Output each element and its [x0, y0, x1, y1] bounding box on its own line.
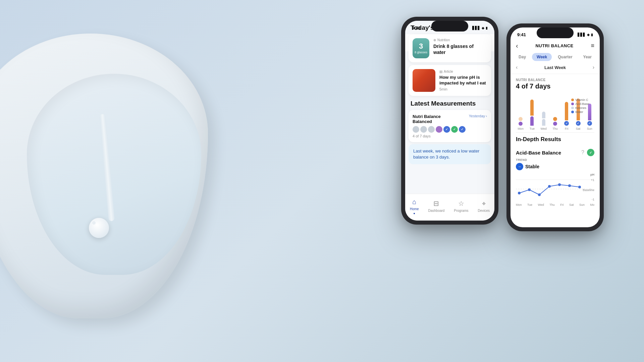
mission-number: 3 — [419, 43, 423, 50]
day-sun: Sun — [585, 127, 594, 130]
measurement-header: Nutri Balance Balanced Yesterday › — [413, 114, 487, 124]
legend-ketones: Ketones — [571, 106, 589, 110]
nutri-balance-status: Balanced — [413, 119, 441, 124]
yesterday-link[interactable]: Yesterday › — [469, 114, 487, 118]
ph-chart: pH +1 Baseline -1 — [516, 173, 594, 203]
devices-label: Devices — [478, 209, 490, 213]
mission-counter: 3 8 glasses — [413, 38, 429, 58]
chart-area: ✓ ✓ — [511, 93, 600, 132]
nav-devices[interactable]: ⌖ Devices — [478, 200, 490, 213]
day-thu: Thu — [550, 127, 560, 130]
trend-value: → Stable — [516, 163, 594, 170]
dashboard-label: Dashboard — [428, 209, 444, 213]
nutri-balance-section: NUTRI BALANCE 4 of 7 days — [511, 74, 600, 93]
wifi-icon: ◈ — [482, 26, 484, 30]
nutri-balance-label: Nutri Balance — [413, 114, 441, 119]
legend-dot-vc — [571, 99, 574, 101]
home-icon: ⌂ — [412, 198, 416, 206]
chevron-right-icon: › — [486, 114, 487, 118]
battery-icon-2: ▮ — [591, 33, 593, 37]
svg-point-3 — [528, 188, 531, 191]
legend-dot-w — [571, 111, 574, 113]
phone-1-notch — [431, 21, 468, 32]
legend-water: Water — [571, 110, 589, 114]
dot-6: ✓ — [451, 126, 458, 133]
trend-label: TREND — [516, 158, 594, 162]
article-content: ▤ Article How my urine pH is impacted by… — [439, 70, 487, 92]
article-card[interactable]: ▤ Article How my urine pH is impacted by… — [409, 65, 491, 96]
chart-col-tue — [527, 96, 537, 126]
wifi-icon-2: ◈ — [587, 33, 590, 37]
measurement-card[interactable]: Nutri Balance Balanced Yesterday › — [409, 110, 491, 142]
ph-day-sat: Sat — [569, 203, 574, 206]
ph-days: Mon Tue Wed Thu Fri Sat Sun Mo — [516, 203, 594, 206]
dot-7: ✓ — [459, 126, 466, 133]
svg-point-4 — [538, 193, 541, 196]
day-fri: Fri — [562, 127, 571, 130]
programs-label: Programs — [454, 209, 468, 213]
svg-point-6 — [558, 183, 561, 186]
menu-button[interactable]: ≡ — [591, 42, 594, 49]
legend-vitamin-c: Vitamin C — [571, 98, 589, 102]
check-sat: ✓ — [576, 121, 581, 126]
acid-base-card: Acid-Base Balance ? ✓ TREND → Stable pH — [511, 145, 600, 210]
mission-card[interactable]: 3 8 glasses ⊕ Nutrition Drink 8 glasses … — [409, 34, 491, 62]
chart-legend: Vitamin C Acid-Base Ketones Water — [571, 98, 589, 114]
legend-acid-base: Acid-Base — [571, 102, 589, 106]
dot-2 — [420, 126, 427, 133]
dot-5: ✓ — [443, 126, 450, 133]
ph-day-mo: Mo — [590, 203, 594, 206]
latest-measurements-title: Latest Measurements — [405, 99, 494, 110]
legend-dot-k — [571, 107, 574, 109]
mission-content: ⊕ Nutrition Drink 8 glasses of water — [433, 38, 487, 55]
mission-category: ⊕ Nutrition — [433, 38, 487, 42]
tab-quarter[interactable]: Quarter — [553, 53, 577, 61]
day-wed: Wed — [539, 127, 548, 130]
toilet-illustration — [0, 0, 252, 362]
nav-home[interactable]: ⌂ Home — [410, 198, 419, 214]
tab-row: Day Week Quarter Year — [511, 53, 600, 64]
article-image — [413, 69, 435, 92]
prev-week-button[interactable]: ‹ — [516, 64, 518, 70]
phone-1-screen: 9:41 ▋▋▋ ◈ ▮ E Hi Erica! 🔔 ✚ Today' — [405, 21, 494, 221]
back-button[interactable]: ‹ — [516, 42, 518, 50]
phone-2: 9:41 ▋▋▋ ◈ ▮ ‹ NUTRI BALANCE ≡ Day Week … — [506, 23, 604, 231]
result-header: Acid-Base Balance ? ✓ — [516, 149, 594, 156]
day-mon: Mon — [516, 127, 525, 130]
article-icon: ▤ — [439, 70, 442, 73]
tab-year[interactable]: Year — [579, 53, 596, 61]
svg-point-8 — [578, 186, 581, 188]
week-nav: ‹ Last Week › — [511, 64, 600, 74]
day-tue: Tue — [527, 127, 537, 130]
ph-day-mon: Mon — [516, 203, 522, 206]
nav-dashboard[interactable]: ⊟ Dashboard — [428, 199, 444, 213]
phone-2-time: 9:41 — [517, 32, 526, 37]
stable-icon: → — [516, 163, 523, 170]
article-tag: ▤ Article — [439, 70, 487, 73]
trend-section: TREND → Stable — [516, 158, 594, 170]
ph-day-tue: Tue — [527, 203, 532, 206]
status-check: ✓ — [587, 149, 594, 156]
chart-col-wed — [539, 96, 548, 126]
nutri-balance-value: 4 of 7 days — [516, 82, 594, 90]
legend-label-w: Water — [575, 110, 583, 114]
nav-programs[interactable]: ☆ Programs — [454, 199, 468, 213]
tab-day[interactable]: Day — [514, 53, 531, 61]
ph-day-thu: Thu — [549, 203, 555, 206]
ph-day-sun: Sun — [579, 203, 585, 206]
alert-card: Last week, we noticed a low water balanc… — [409, 144, 491, 164]
ph-baseline: Baseline — [583, 188, 594, 192]
svg-point-5 — [548, 185, 551, 188]
next-week-button[interactable]: › — [593, 64, 594, 70]
svg-point-7 — [568, 184, 571, 187]
article-title: How my urine pH is impacted by what I ea… — [439, 75, 487, 86]
day-sat: Sat — [573, 127, 583, 130]
phone-1-content: Today's Missions 3 8 glasses ⊕ Nutrition… — [405, 21, 494, 194]
mission-title: Drink 8 glasses of water — [433, 43, 487, 55]
nutrition-icon: ⊕ — [433, 38, 436, 42]
in-depth-title: In-Depth Results — [511, 133, 600, 145]
ph-day-fri: Fri — [560, 203, 564, 206]
help-icon[interactable]: ? — [581, 149, 584, 156]
phones-container: 9:41 ▋▋▋ ◈ ▮ E Hi Erica! 🔔 ✚ Today' — [401, 17, 604, 231]
tab-week[interactable]: Week — [532, 53, 552, 61]
